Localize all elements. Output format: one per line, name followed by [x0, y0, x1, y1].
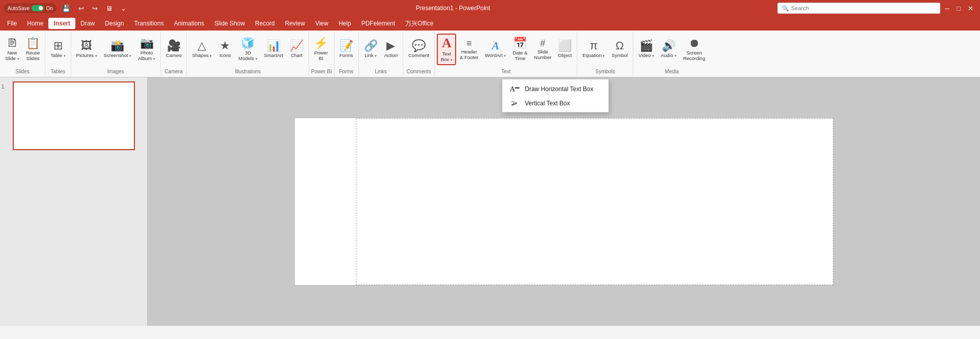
header-footer-button[interactable]: ≡ Header& Footer [457, 34, 481, 65]
menu-review[interactable]: Review [280, 18, 310, 29]
icons-label: Icons [219, 52, 231, 58]
save-button[interactable]: 💾 [60, 4, 73, 13]
menu-view[interactable]: View [310, 18, 333, 29]
header-footer-icon: ≡ [466, 39, 472, 48]
link-button[interactable]: 🔗 Link ▾ [361, 34, 381, 65]
action-label: Action [384, 52, 398, 58]
object-icon: ⬜ [558, 40, 572, 51]
title-bar: AutoSave On 💾 ↩ ↪ 🖥 ⌄ Presentation1 - Po… [0, 0, 980, 16]
wordart-button[interactable]: A WordArt ▾ [482, 34, 509, 65]
comment-button[interactable]: 💬 Comment [405, 34, 432, 65]
symbol-button[interactable]: Ω Symbol [608, 34, 631, 65]
photo-album-button[interactable]: 📷 PhotoAlbum ▾ [135, 34, 158, 65]
audio-icon: 🔊 [662, 40, 676, 51]
video-label: Video ▾ [638, 52, 654, 58]
text-buttons: A TextBox ▾ ≡ Header& Footer A WordArt ▾… [437, 33, 575, 67]
customize-quick-access[interactable]: 🖥 [103, 4, 115, 13]
ribbon-group-text: A TextBox ▾ ≡ Header& Footer A WordArt ▾… [435, 32, 577, 76]
powerbi-group-label: Power BI [311, 67, 332, 75]
close-button[interactable]: ✕ [965, 4, 976, 13]
menu-insert[interactable]: Insert [48, 18, 75, 29]
menu-animations[interactable]: Animations [169, 18, 209, 29]
3d-models-button[interactable]: 🧊 3DModels ▾ [235, 34, 260, 65]
tables-buttons: ⊞ Table ▾ [47, 33, 68, 67]
search-bar[interactable]: 🔍 [777, 3, 940, 14]
cameo-button[interactable]: 🎥 Cameo [163, 34, 185, 65]
screenshot-label: Screenshot ▾ [104, 52, 132, 58]
chart-button[interactable]: 📈 Chart [287, 34, 306, 65]
action-button[interactable]: ▶ Action [381, 34, 401, 65]
ribbon-group-slides: 🖹 NewSlide ▾ 📋 ReuseSlides Slides [0, 32, 45, 76]
object-button[interactable]: ⬜ Object [555, 34, 575, 65]
table-button[interactable]: ⊞ Table ▾ [47, 34, 68, 65]
slide-thumbnail[interactable] [13, 81, 135, 150]
maximize-button[interactable]: □ [954, 4, 963, 13]
menu-bar: File Home Insert Draw Design Transitions… [0, 16, 980, 31]
forms-group-label: Forms [337, 67, 356, 75]
audio-button[interactable]: 🔊 Audio ▾ [658, 34, 680, 65]
smartart-button[interactable]: 📊 SmartArt [261, 34, 286, 65]
menu-home[interactable]: Home [22, 18, 48, 29]
ribbon-group-media: 🎬 Video ▾ 🔊 Audio ▾ ⏺ ScreenRecording Me… [633, 32, 710, 76]
symbol-label: Symbol [611, 52, 628, 58]
textbox-button[interactable]: A TextBox ▾ [437, 34, 456, 65]
shapes-button[interactable]: △ Shapes ▾ [189, 34, 215, 65]
screenshot-button[interactable]: 📸 Screenshot ▾ [101, 34, 135, 65]
wordart-icon: A [492, 40, 499, 51]
icons-button[interactable]: ★ Icons [215, 34, 235, 65]
redo-button[interactable]: ↪ [90, 4, 100, 13]
equation-icon: π [590, 40, 598, 51]
ribbon-group-forms: 📝 Forms Forms [334, 32, 359, 76]
vertical-textbox-item[interactable]: A Vertical Text Box [502, 97, 608, 110]
equation-label: Equation ▾ [582, 52, 605, 58]
date-time-button[interactable]: 📅 Date &Time [510, 34, 530, 65]
pictures-button[interactable]: 🖼 Pictures ▾ [73, 34, 100, 65]
powerbi-button[interactable]: ⚡ PowerBI [311, 34, 331, 65]
slides-buttons: 🖹 NewSlide ▾ 📋 ReuseSlides [2, 33, 43, 67]
new-slide-button[interactable]: 🖹 NewSlide ▾ [2, 34, 22, 65]
menu-record[interactable]: Record [250, 18, 280, 29]
menu-slideshow[interactable]: Slide Show [209, 18, 250, 29]
menu-design[interactable]: Design [100, 18, 129, 29]
menu-pdfelement[interactable]: PDFelement [356, 18, 401, 29]
screen-recording-icon: ⏺ [689, 38, 700, 49]
menu-wanxing[interactable]: 万兴Office [400, 17, 438, 30]
reuse-slides-icon: 📋 [26, 38, 40, 49]
ribbon: 🖹 NewSlide ▾ 📋 ReuseSlides Slides ⊞ Tabl… [0, 31, 980, 77]
title-bar-controls: 🔍 ─ □ ✕ [777, 3, 976, 14]
video-button[interactable]: 🎬 Video ▾ [635, 34, 657, 65]
screen-recording-button[interactable]: ⏺ ScreenRecording [680, 34, 708, 65]
photo-album-icon: 📷 [140, 38, 154, 49]
autosave-toggle-switch[interactable] [32, 5, 44, 11]
slide-canvas[interactable] [294, 118, 834, 286]
comments-group-label: Comments [405, 67, 432, 75]
comment-label: Comment [408, 52, 429, 58]
comment-icon: 💬 [412, 40, 426, 51]
draw-horizontal-textbox-item[interactable]: A▬ Draw Horizontal Text Box [502, 81, 608, 97]
menu-file[interactable]: File [2, 18, 22, 29]
app-title: Presentation1 - PowerPoint [129, 5, 777, 12]
search-input[interactable] [791, 5, 936, 11]
vertical-textbox-icon: A [510, 101, 520, 106]
autosave-toggle[interactable]: AutoSave On [4, 4, 57, 13]
reuse-slides-button[interactable]: 📋 ReuseSlides [23, 34, 43, 65]
minimize-button[interactable]: ─ [942, 4, 952, 13]
autosave-label: AutoSave [8, 6, 30, 11]
slide-number-button[interactable]: # SlideNumber [531, 34, 554, 65]
presentation-title: Presentation1 - PowerPoint [416, 5, 490, 12]
more-commands[interactable]: ⌄ [118, 4, 129, 13]
menu-transitions[interactable]: Transitions [129, 18, 169, 29]
comments-buttons: 💬 Comment [405, 33, 432, 67]
equation-button[interactable]: π Equation ▾ [579, 34, 608, 65]
menu-help[interactable]: Help [333, 18, 356, 29]
ribbon-group-images: 🖼 Pictures ▾ 📸 Screenshot ▾ 📷 PhotoAlbum… [71, 32, 161, 76]
slide-number-indicator: 1 [2, 83, 5, 90]
link-icon: 🔗 [364, 40, 378, 51]
3d-models-label: 3DModels ▾ [238, 50, 257, 62]
menu-draw[interactable]: Draw [75, 18, 100, 29]
forms-button[interactable]: 📝 Forms [337, 34, 356, 65]
slides-group-label: Slides [2, 67, 43, 75]
ribbon-group-links: 🔗 Link ▾ ▶ Action Links [359, 32, 403, 76]
undo-button[interactable]: ↩ [76, 4, 87, 13]
camera-group-label: Camera [163, 67, 185, 75]
